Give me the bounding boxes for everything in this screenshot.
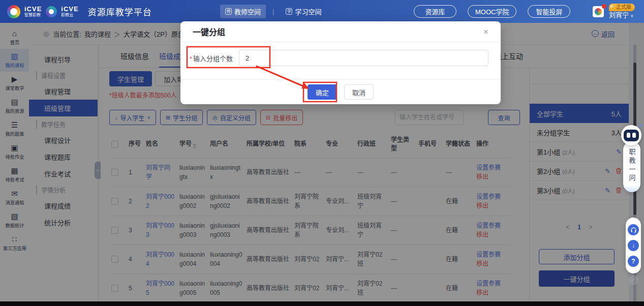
app-icon-logo [595,8,602,15]
username-label: 刘宵宁 [609,11,629,19]
confirm-button[interactable]: 确定 [308,84,337,100]
logo-cluster: iCVE 智慧职教 iCVE 职教云 资源库教学平台 [0,5,152,18]
group-count-label: *输入分组个数 [190,53,233,63]
help-toolbar: ↓ ? [626,218,641,273]
user-zone: 正式版 刘宵宁∨ [593,0,635,23]
header-quick-links: 资源库 MOOC学院 智能投屏 [414,5,570,18]
resource-library-button[interactable]: 资源库 [414,5,456,18]
student-space-label: 学习空间 [295,7,321,16]
nav-divider: | [272,8,274,15]
bottom-edge-bar [0,301,644,306]
app-notification-icon[interactable] [593,6,604,17]
smart-cast-button[interactable]: 智能投屏 [528,5,570,18]
icve-logo2-text: iCVE 职教云 [61,6,78,17]
modal-title: 一键分组 [193,25,225,38]
logo-secondary-name: iCVE [61,6,78,12]
group-count-input[interactable] [239,50,488,66]
required-mark: * [190,55,192,63]
close-float-icon[interactable]: ✕ [629,276,638,285]
notification-badge [602,4,606,9]
mooc-college-button[interactable]: MOOC学院 [468,5,516,18]
cancel-button[interactable]: 取消 [344,84,374,100]
platform-title: 资源库教学平台 [88,5,152,18]
student-space-icon: 学 [286,8,292,15]
quick-group-modal: 一键分组 × *输入分组个数 确定 取消 [180,21,501,104]
space-nav: 师 教师空间 | 学 学习空间 [220,0,326,23]
logo-primary-name: iCVE [24,6,42,12]
assistant-label: 职教一问 [629,148,635,192]
robot-avatar-icon [621,125,641,145]
sparkle-icon: ✦ [638,123,642,129]
app-header: iCVE 智慧职教 iCVE 职教云 资源库教学平台 师 教师空间 | 学 学习… [0,0,644,23]
download-icon[interactable]: ↓ [628,240,639,251]
assistant-widget[interactable]: ✦ 职教一问 [621,125,642,192]
version-badge: 正式版 [609,4,635,11]
student-space-button[interactable]: 学 学习空间 [281,5,326,18]
icve-logo-text: iCVE 智慧职教 [24,6,42,17]
teacher-space-button[interactable]: 师 教师空间 [220,5,266,18]
help-icon[interactable]: ? [628,256,639,267]
teacher-space-label: 教师空间 [234,7,261,16]
field-label-text: 输入分组个数 [193,55,233,63]
logo-primary-sub: 智慧职教 [24,13,42,17]
modal-close-icon[interactable]: × [483,27,488,36]
teacher-space-icon: 师 [225,8,232,15]
icve-zhijiaoyun-logo-icon [46,6,57,17]
icve-zhihuizhijiao-logo-icon [7,5,20,18]
customer-service-icon[interactable] [628,224,639,235]
user-menu[interactable]: 刘宵宁∨ [609,11,634,19]
user-caret-icon: ∨ [630,13,634,18]
logo-secondary-sub: 职教云 [61,13,78,17]
